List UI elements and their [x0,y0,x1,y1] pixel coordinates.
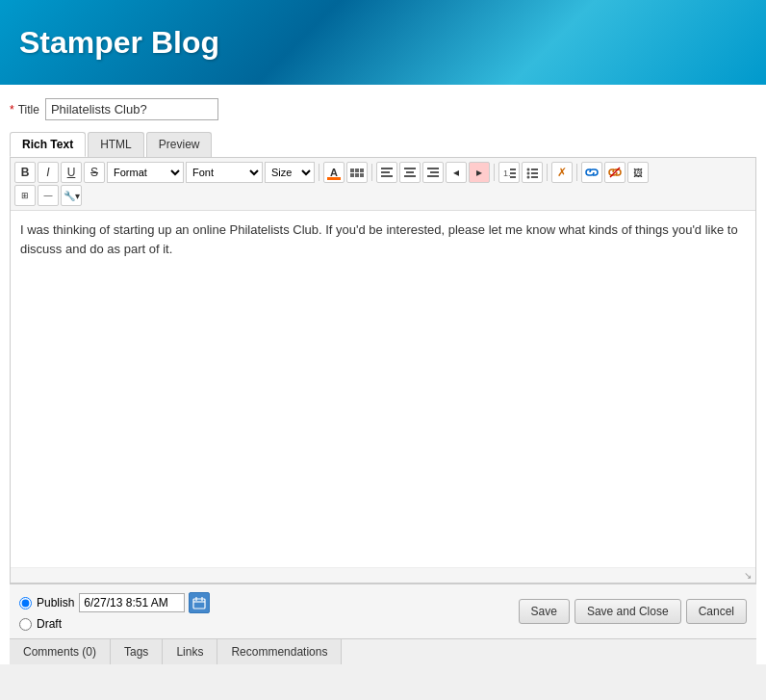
svg-rect-8 [427,175,439,177]
indent-increase-button[interactable]: ▸ [469,162,490,183]
svg-rect-3 [404,168,416,169]
svg-rect-1 [381,171,390,173]
svg-text:1.: 1. [503,169,511,178]
svg-rect-12 [510,176,516,178]
title-label: Title [18,103,39,117]
svg-rect-7 [430,171,439,173]
insert-image-button[interactable]: 🖼 [627,162,649,183]
save-close-button[interactable]: Save and Close [574,599,681,624]
svg-point-15 [526,175,529,178]
svg-point-14 [526,171,529,174]
remove-link-button[interactable] [604,162,626,183]
strikethrough-button[interactable]: S [84,162,105,183]
recommendations-tab[interactable]: Recommendations [217,639,342,664]
date-input[interactable] [79,593,185,612]
toolbar-separator-5 [576,164,577,181]
svg-rect-5 [404,175,416,177]
toolbar-separator-1 [319,164,319,181]
align-center-button[interactable] [399,162,421,183]
tab-preview[interactable]: Preview [146,132,213,157]
publish-label: Publish [37,596,74,609]
svg-rect-11 [510,172,516,174]
insert-link-button[interactable] [581,162,602,183]
bottom-right: Save Save and Close Cancel [519,599,747,624]
indent-decrease-button[interactable]: ◂ [446,162,467,183]
toolbar-separator-3 [494,164,495,181]
svg-rect-20 [193,599,205,609]
align-right-button[interactable] [422,162,444,183]
svg-rect-17 [531,172,538,174]
tags-tab[interactable]: Tags [111,639,163,664]
svg-rect-4 [406,171,414,173]
toolbar-row-1: B I U S Format Font Size A [14,162,752,183]
format-select[interactable]: Format [107,162,184,183]
table-button[interactable] [346,162,368,183]
tab-rich-text[interactable]: Rich Text [10,132,86,157]
page-title: Stamper Blog [19,25,219,61]
footer-tabs: Comments (0) Tags Links Recommendations [10,638,756,664]
save-button[interactable]: Save [519,599,570,624]
draft-label: Draft [37,617,62,631]
publish-radio[interactable] [19,597,32,609]
svg-rect-0 [381,168,393,169]
date-field [79,592,210,613]
toolbar-row-2: ⊞ — 🔧▾ [14,185,752,206]
editor-toolbar: B I U S Format Font Size A [11,158,755,211]
svg-rect-6 [427,168,439,169]
editor-tabs: Rich Text HTML Preview [10,132,756,158]
title-input[interactable] [45,98,218,120]
underline-button[interactable]: U [61,162,82,183]
tab-html[interactable]: HTML [88,132,144,157]
toolbar-separator-4 [547,164,548,181]
editor-container: B I U S Format Font Size A [10,158,756,583]
ordered-list-button[interactable]: 1. [498,162,520,183]
resize-handle[interactable]: ↘ [11,567,755,583]
bottom-left: Publish Draft [19,592,210,631]
unordered-list-button[interactable] [522,162,543,183]
settings-button[interactable]: 🔧▾ [61,185,82,206]
links-tab[interactable]: Links [163,639,217,664]
toolbar-separator-2 [371,164,372,181]
hr-button[interactable]: — [38,185,59,206]
calendar-icon[interactable] [189,592,210,613]
resize-icon: ↘ [744,570,752,581]
align-left-button[interactable] [376,162,397,183]
page-header: Stamper Blog [0,0,766,85]
draft-radio[interactable] [19,618,32,631]
editor-content-area[interactable]: I was thinking of starting up an online … [11,211,755,567]
svg-rect-2 [381,175,393,177]
svg-point-13 [526,168,529,170]
draft-row: Draft [19,617,210,631]
font-select[interactable]: Font [186,162,263,183]
clear-format-button[interactable]: ✗ [551,162,573,183]
main-content: * Title Rich Text HTML Preview B I U S F… [0,85,766,664]
svg-rect-16 [531,169,538,170]
bold-button[interactable]: B [14,162,36,183]
bottom-bar: Publish Draft Save Save and Close Cancel [10,583,756,638]
italic-button[interactable]: I [38,162,59,183]
svg-rect-18 [531,176,538,178]
cancel-button[interactable]: Cancel [686,599,747,624]
size-select[interactable]: Size [265,162,315,183]
editor-text: I was thinking of starting up an online … [20,222,738,256]
title-row: * Title [10,94,756,124]
comments-tab[interactable]: Comments (0) [10,639,111,664]
svg-rect-10 [510,169,516,170]
text-color-button[interactable]: A [323,162,345,183]
publish-row: Publish [19,592,210,613]
insert-special-button[interactable]: ⊞ [14,185,36,206]
required-marker: * [10,103,14,117]
